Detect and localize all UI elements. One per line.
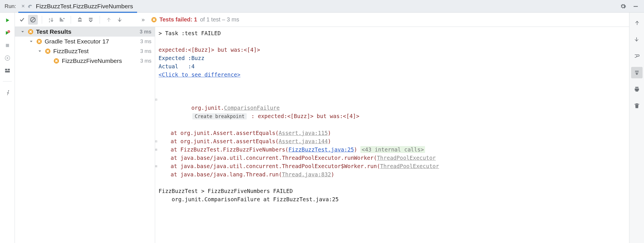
svg-point-6 [7,57,8,59]
console-line: FizzBuzzTest > FizzBuzzFiveNumbers FAILE… [159,187,629,195]
stack-link[interactable]: FizzBuzzTest.java:25 [289,146,354,153]
scroll-up-icon[interactable] [631,17,643,29]
tree-row[interactable]: Gradle Test Executor 17 3 ms [15,37,155,46]
console-line: org.junit.ComparisonFailure at FizzBuzzT… [159,195,629,204]
console-line: at java.base/java.lang.Thread.run(Thread… [159,170,629,179]
run-label: Run: [2,3,18,9]
svg-text:9: 9 [8,30,9,33]
test-tree[interactable]: Test Results 3 ms Gradle Test Executor 1… [15,27,155,243]
fail-badge-icon [45,48,51,54]
console-line: Actual :4 [159,62,629,71]
stack-link[interactable]: Assert.java:144 [279,138,328,144]
rerun-failed-icon[interactable]: 9 [4,30,11,36]
sort-duration-icon[interactable] [57,15,67,25]
test-fail-icon [151,17,157,23]
svg-rect-4 [6,44,9,47]
layout-icon[interactable] [4,67,11,74]
fail-badge-icon [27,29,34,35]
svg-rect-7 [5,69,7,71]
console-line: ⊞at java.base/java.util.concurrent.Threa… [159,162,629,170]
fail-badge-icon [53,58,60,64]
console-line: ⊟at org.junit.Assert.assertEquals(Assert… [159,137,629,146]
svg-line-11 [31,18,35,21]
test-toolbar: az » Tests fa [15,13,629,27]
print-icon[interactable] [631,83,643,95]
stop-icon[interactable] [4,42,11,49]
fold-icon[interactable]: ⊞ [155,162,157,170]
fold-icon[interactable]: ⊞ [155,146,157,154]
console-output[interactable]: > Task :test FAILED expected:<[Buzz]> bu… [155,27,629,243]
tests-rest-label: of 1 test – 3 ms [200,16,239,23]
next-failed-icon[interactable] [115,15,125,25]
chevron-down-icon[interactable] [29,39,34,44]
tree-time: 3 ms [140,58,151,64]
tree-label: Gradle Test Executor 17 [45,38,109,45]
console-line: at java.base/java.util.concurrent.Thread… [159,154,629,162]
collapse-all-icon[interactable] [86,15,96,25]
show-passed-icon[interactable] [4,55,11,61]
svg-rect-8 [7,69,9,71]
rerun-icon[interactable] [4,17,11,23]
fold-icon[interactable]: ⊟ [155,137,157,146]
tree-label: FizzBuzzFiveNumbers [62,57,122,64]
console-line: Expected :Buzz [159,54,629,62]
minimize-icon[interactable] [633,3,639,9]
tree-row[interactable]: FizzBuzzTest 3 ms [15,46,155,56]
show-passed-tests-icon[interactable] [17,15,27,25]
scroll-down-icon[interactable] [631,34,643,45]
svg-rect-9 [5,71,10,73]
sort-alpha-icon[interactable]: az [46,15,56,25]
console-line: expected:<[Buzz]> but was:<[4]> [159,46,629,54]
tree-label: FizzBuzzTest [53,48,89,55]
chevron-down-icon[interactable] [20,29,25,34]
tree-time: 3 ms [140,29,151,35]
console-line: at org.junit.Assert.assertEquals(Assert.… [159,129,629,137]
console-line: ⊞at FizzBuzzTest.FizzBuzzFiveNumbers(Fiz… [159,146,629,154]
tab-title: FizzBuzzTest.FizzBuzzFiveNumbers [36,3,133,10]
close-tab-icon[interactable]: ✕ [21,3,25,9]
show-ignored-tests-icon[interactable] [28,15,38,25]
more-icon[interactable]: » [138,15,148,25]
tests-failed-label: Tests failed: 1 [159,16,197,23]
stack-link[interactable]: Assert.java:115 [279,130,328,136]
test-summary: Tests failed: 1 of 1 test – 3 ms [159,16,239,23]
trash-icon[interactable] [631,100,643,111]
svg-text:z: z [49,20,50,23]
pin-icon[interactable] [4,89,11,95]
settings-icon[interactable] [620,3,626,9]
stack-link[interactable]: ThreadPoolExecutor [377,155,436,161]
exception-class-link[interactable]: ComparisonFailure [224,105,280,111]
expand-all-icon[interactable] [75,15,85,25]
run-header: Run: ✕ FizzBuzzTest.FizzBuzzFiveNumbers [0,0,644,13]
chevron-down-icon[interactable] [37,49,42,54]
stack-link[interactable]: Thread.java:832 [282,171,331,178]
svg-rect-1 [634,6,638,7]
tree-row[interactable]: Test Results 3 ms [15,27,155,37]
create-breakpoint-chip[interactable]: Create breakpoint [192,113,247,119]
scroll-to-end-icon[interactable] [631,67,643,78]
run-config-tab[interactable]: ✕ FizzBuzzTest.FizzBuzzFiveNumbers [18,0,137,13]
console-line: ⊟ org.junit.ComparisonFailure Create bre… [159,87,629,129]
tree-time: 3 ms [140,39,151,45]
tree-time: 3 ms [140,48,151,54]
right-tool-gutter [629,13,644,243]
stack-link[interactable]: ThreadPoolExecutor [380,163,439,169]
see-difference-link[interactable]: <Click to see difference> [159,71,240,78]
active-tab-underline [18,12,137,13]
soft-wrap-icon[interactable] [631,50,643,62]
prev-failed-icon[interactable] [104,15,114,25]
fold-icon[interactable]: ⊟ [155,95,157,104]
left-tool-gutter: 9 [0,13,15,243]
internal-calls-chip[interactable]: <43 internal calls> [360,146,425,153]
tree-row[interactable]: FizzBuzzFiveNumbers 3 ms [15,56,155,66]
svg-point-0 [29,7,29,7]
console-line: > Task :test FAILED [159,29,629,37]
tree-label: Test Results [36,28,71,35]
fail-badge-icon [36,38,42,45]
gradle-icon [27,3,33,9]
